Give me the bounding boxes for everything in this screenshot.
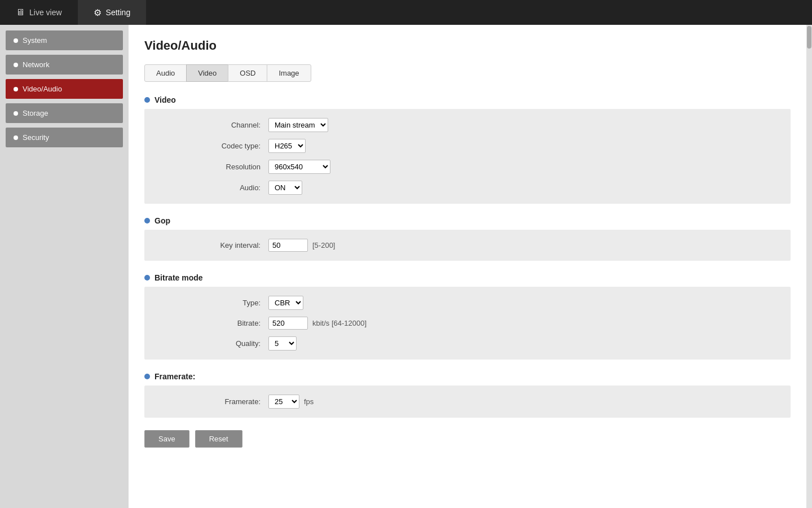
sidebar-dot-security — [14, 135, 18, 140]
framerate-label: Framerate: — [156, 397, 268, 406]
sidebar-label-video-audio: Video/Audio — [23, 85, 62, 93]
video-section-dot — [144, 97, 150, 103]
sidebar-label-security: Security — [23, 133, 49, 142]
sidebar-dot-network — [14, 63, 18, 67]
video-section-title: Video — [155, 95, 176, 104]
tab-osd[interactable]: OSD — [228, 64, 267, 82]
sidebar-dot-video-audio — [14, 87, 18, 91]
audio-label: Audio: — [156, 183, 268, 192]
bitrate-section-dot — [144, 275, 150, 281]
gop-section-body: Key interval: [5-200] — [144, 230, 791, 261]
video-section-body: Channel: Main stream Sub stream Codec ty… — [144, 109, 791, 204]
sidebar-item-storage[interactable]: Storage — [6, 103, 123, 123]
audio-select[interactable]: ON OFF — [268, 181, 302, 195]
sidebar-label-system: System — [23, 36, 47, 45]
quality-row: Quality: 1234 5678910 — [156, 336, 779, 351]
framerate-section-header: Framerate: — [144, 372, 791, 381]
sidebar-item-system[interactable]: System — [6, 30, 123, 50]
bitrate-section: Bitrate mode Type: CBR VBR Bitrate: kbit… — [144, 273, 791, 360]
sidebar-dot-system — [14, 38, 18, 43]
page-title: Video/Audio — [144, 38, 791, 53]
bitrate-type-select[interactable]: CBR VBR — [268, 296, 303, 310]
sidebar-item-security[interactable]: Security — [6, 128, 123, 147]
bitrate-label: Bitrate: — [156, 319, 268, 327]
save-button[interactable]: Save — [144, 430, 189, 448]
bitrate-type-label: Type: — [156, 299, 268, 307]
scrollbar-track[interactable] — [806, 25, 812, 508]
gear-icon: ⚙ — [94, 7, 102, 18]
main-layout: System Network Video/Audio Storage Secur… — [0, 25, 812, 508]
tab-audio[interactable]: Audio — [144, 64, 187, 82]
framerate-row: Framerate: 15101520 2530 fps — [156, 395, 779, 409]
resolution-select[interactable]: 960x540 1920x1080 1280x720 640x360 — [268, 160, 330, 174]
nav-setting-label: Setting — [106, 8, 131, 17]
key-interval-hint: [5-200] — [312, 241, 335, 249]
key-interval-input[interactable] — [268, 239, 308, 252]
framerate-hint: fps — [304, 397, 314, 406]
codec-select[interactable]: H265 H264 — [268, 139, 306, 153]
nav-setting[interactable]: ⚙ Setting — [78, 0, 147, 25]
sidebar-label-network: Network — [23, 60, 50, 69]
framerate-section-title: Framerate: — [155, 372, 195, 381]
gop-section-header: Gop — [144, 216, 791, 225]
video-section-header: Video — [144, 95, 791, 104]
sidebar-item-network[interactable]: Network — [6, 55, 123, 75]
bitrate-section-title: Bitrate mode — [155, 273, 203, 282]
channel-label: Channel: — [156, 121, 268, 129]
bitrate-section-body: Type: CBR VBR Bitrate: kbit/s [64-12000]… — [144, 287, 791, 360]
bitrate-hint: kbit/s [64-12000] — [312, 319, 367, 327]
gop-section: Gop Key interval: [5-200] — [144, 216, 791, 261]
reset-button[interactable]: Reset — [195, 430, 242, 448]
monitor-icon: 🖥 — [16, 7, 25, 17]
quality-label: Quality: — [156, 339, 268, 348]
tab-video[interactable]: Video — [186, 64, 228, 82]
video-section: Video Channel: Main stream Sub stream Co… — [144, 95, 791, 204]
top-navigation: 🖥 Live view ⚙ Setting — [0, 0, 812, 25]
tab-image[interactable]: Image — [267, 64, 311, 82]
content-area: Video/Audio Audio Video OSD Image Video — [129, 25, 806, 508]
channel-select[interactable]: Main stream Sub stream — [268, 118, 328, 132]
key-interval-row: Key interval: [5-200] — [156, 239, 779, 252]
sidebar-label-storage: Storage — [23, 109, 48, 117]
action-bar: Save Reset — [144, 430, 791, 448]
resolution-row: Resolution 960x540 1920x1080 1280x720 64… — [156, 160, 779, 174]
tab-bar: Audio Video OSD Image — [144, 64, 791, 82]
codec-label: Codec type: — [156, 142, 268, 150]
framerate-select[interactable]: 15101520 2530 — [268, 395, 299, 409]
sidebar-dot-storage — [14, 111, 18, 116]
framerate-section-dot — [144, 374, 150, 379]
resolution-label: Resolution — [156, 163, 268, 171]
codec-row: Codec type: H265 H264 — [156, 139, 779, 153]
sidebar: System Network Video/Audio Storage Secur… — [0, 25, 129, 508]
gop-section-dot — [144, 218, 150, 224]
quality-select[interactable]: 1234 5678910 — [268, 336, 297, 351]
nav-live-view-label: Live view — [29, 8, 62, 17]
bitrate-section-header: Bitrate mode — [144, 273, 791, 282]
gop-section-title: Gop — [155, 216, 170, 225]
key-interval-label: Key interval: — [156, 241, 268, 249]
bitrate-row: Bitrate: kbit/s [64-12000] — [156, 317, 779, 330]
bitrate-input[interactable] — [268, 317, 308, 330]
nav-live-view[interactable]: 🖥 Live view — [0, 0, 78, 25]
bitrate-type-row: Type: CBR VBR — [156, 296, 779, 310]
scrollbar-thumb[interactable] — [807, 26, 811, 49]
audio-row: Audio: ON OFF — [156, 181, 779, 195]
sidebar-item-video-audio[interactable]: Video/Audio — [6, 79, 123, 99]
channel-row: Channel: Main stream Sub stream — [156, 118, 779, 132]
framerate-section: Framerate: Framerate: 15101520 2530 fps — [144, 372, 791, 418]
framerate-section-body: Framerate: 15101520 2530 fps — [144, 386, 791, 418]
